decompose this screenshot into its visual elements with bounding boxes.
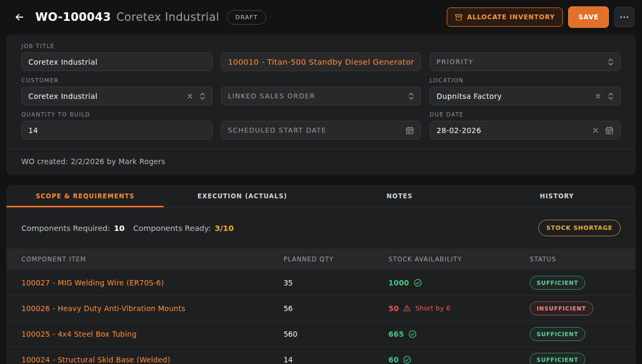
details-card: SCOPE & REQUIREMENTS EXECUTION (ACTUALS)… (6, 185, 636, 364)
quantity-to-build-input[interactable]: 14 (21, 121, 212, 140)
location-select[interactable]: Dupnitsa Factory (430, 87, 621, 105)
calendar-icon (406, 126, 414, 135)
chevron-up-down-icon (408, 92, 414, 100)
location-label: LOCATION (430, 77, 621, 83)
clear-icon[interactable] (187, 93, 193, 99)
quantity-to-build-value: 14 (28, 126, 205, 135)
scheduled-start-date-input[interactable]: SCHEDULED START DATE (221, 121, 421, 140)
planned-qty-value: 560 (284, 330, 388, 338)
product-link[interactable]: 100010 - Titan-500 Standby Diesel Genera… (228, 58, 414, 66)
product-field: 100010 - Titan-500 Standby Diesel Genera… (221, 43, 421, 71)
location-field: LOCATION Dupnitsa Factory (430, 77, 621, 105)
stock-value: 665 (388, 330, 404, 338)
stock-availability-cell: 1000 (388, 278, 530, 287)
stock-availability-cell: 60 (388, 355, 530, 364)
shortage-note: Short by 6 (415, 305, 450, 312)
components-summary: Components Required: 10 Components Ready… (6, 207, 636, 249)
planned-qty-value: 56 (284, 304, 388, 313)
more-options-button[interactable] (614, 7, 635, 27)
job-title-field: JOB TITLE Coretex Industrial (21, 43, 212, 71)
status-badge: INSUFFICIENT (530, 301, 593, 315)
planned-qty-value: 14 (284, 355, 388, 364)
check-circle-icon (414, 278, 422, 287)
column-component-item: COMPONENT ITEM (21, 255, 284, 263)
tab-scope-requirements[interactable]: SCOPE & REQUIREMENTS (6, 185, 164, 207)
chevron-up-down-icon (608, 92, 614, 100)
column-stock-availability: STOCK AVAILABILITY (388, 255, 530, 263)
calendar-icon (605, 126, 614, 135)
column-status: STATUS (530, 255, 621, 263)
due-date-label: DUE DATE (430, 111, 621, 118)
components-ready-label: Components Ready: (133, 224, 211, 233)
tab-notes[interactable]: NOTES (321, 185, 478, 207)
table-row: 100026 - Heavy Duty Anti-Vibration Mount… (6, 296, 636, 321)
status-badge: SUFFICIENT (530, 327, 585, 341)
header-actions: ALLOCATE INVENTORY SAVE (447, 6, 635, 28)
component-item-link[interactable]: 100027 - MIG Welding Wire (ER70S-6) (21, 278, 164, 287)
table-row: 100025 - 4x4 Steel Box Tubing560665SUFFI… (6, 321, 636, 347)
linked-sales-order-placeholder: LINKED SALES ORDER (228, 92, 402, 100)
quantity-to-build-field: QUANTITY TO BUILD 14 (21, 111, 212, 140)
scheduled-start-date-field: SCHEDULED START DATE (221, 111, 421, 140)
priority-field: PRIORITY (430, 43, 621, 71)
stock-value: 1000 (388, 278, 409, 287)
customer-label: CUSTOMER (21, 77, 212, 83)
component-item-link[interactable]: 100025 - 4x4 Steel Box Tubing (21, 330, 136, 338)
table-row: 100024 - Structural Skid Base (Welded)14… (6, 347, 636, 364)
tab-execution-actuals[interactable]: EXECUTION (ACTUALS) (164, 185, 321, 207)
warning-triangle-icon (403, 304, 411, 312)
ellipsis-icon (620, 16, 629, 18)
stock-value: 50 (388, 304, 399, 313)
components-ready-value: 3/10 (215, 224, 234, 233)
check-circle-icon (408, 330, 417, 338)
component-table-header: COMPONENT ITEM PLANNED QTY STOCK AVAILAB… (6, 249, 636, 270)
created-note: WO created: 2/2/2026 by Mark Rogers (21, 149, 621, 175)
job-title-label: JOB TITLE (21, 43, 212, 49)
product-input[interactable]: 100010 - Titan-500 Standby Diesel Genera… (221, 52, 421, 71)
linked-sales-order-select[interactable]: LINKED SALES ORDER (221, 87, 421, 105)
save-button[interactable]: SAVE (568, 6, 609, 28)
header-bar: WO-100043 Coretex Industrial DRAFT ALLOC… (0, 0, 642, 34)
customer-field: CUSTOMER Coretex Industrial (21, 77, 212, 105)
table-row: 100027 - MIG Welding Wire (ER70S-6)35100… (6, 270, 636, 296)
component-item-link[interactable]: 100024 - Structural Skid Base (Welded) (21, 355, 170, 364)
customer-value: Coretex Industrial (28, 92, 180, 100)
allocate-inventory-label: ALLOCATE INVENTORY (467, 13, 555, 21)
tab-history[interactable]: HISTORY (478, 185, 636, 207)
clear-icon[interactable] (592, 127, 599, 134)
tab-bar: SCOPE & REQUIREMENTS EXECUTION (ACTUALS)… (6, 185, 636, 207)
status-badge: SUFFICIENT (530, 353, 585, 364)
components-required-label: Components Required: (21, 224, 110, 233)
work-order-form-card: JOB TITLE Coretex Industrial 100010 - Ti… (6, 34, 636, 175)
column-planned-qty: PLANNED QTY (284, 255, 388, 263)
check-circle-icon (403, 355, 411, 364)
component-table-body: 100027 - MIG Welding Wire (ER70S-6)35100… (6, 270, 636, 364)
priority-placeholder: PRIORITY (437, 58, 601, 66)
scheduled-start-date-placeholder: SCHEDULED START DATE (228, 126, 399, 134)
wo-customer-title: Coretex Industrial (116, 11, 219, 24)
inventory-box-icon (455, 13, 463, 21)
chevron-up-down-icon (200, 92, 205, 100)
planned-qty-value: 35 (284, 278, 388, 287)
clear-icon[interactable] (595, 93, 601, 99)
back-button[interactable] (10, 7, 29, 27)
linked-sales-order-field: LINKED SALES ORDER (221, 77, 421, 105)
chevron-up-down-icon (608, 58, 614, 66)
due-date-value: 28-02-2026 (437, 126, 586, 135)
due-date-field: DUE DATE 28-02-2026 (430, 111, 621, 140)
job-title-value: Coretex Industrial (28, 58, 205, 66)
quantity-to-build-label: QUANTITY TO BUILD (21, 111, 212, 118)
job-title-input[interactable]: Coretex Industrial (21, 52, 212, 71)
customer-select[interactable]: Coretex Industrial (21, 87, 212, 105)
wo-number: WO-100043 (35, 11, 111, 24)
location-value: Dupnitsa Factory (437, 92, 588, 100)
stock-availability-cell: 50Short by 6 (388, 304, 530, 313)
due-date-input[interactable]: 28-02-2026 (430, 121, 621, 140)
stock-availability-cell: 665 (388, 330, 530, 338)
priority-select[interactable]: PRIORITY (430, 52, 621, 71)
components-required-value: 10 (114, 224, 125, 233)
component-item-link[interactable]: 100026 - Heavy Duty Anti-Vibration Mount… (21, 304, 185, 313)
form-grid: JOB TITLE Coretex Industrial 100010 - Ti… (21, 43, 621, 140)
stock-shortage-badge: STOCK SHORTAGE (538, 220, 621, 236)
allocate-inventory-button[interactable]: ALLOCATE INVENTORY (447, 7, 563, 27)
